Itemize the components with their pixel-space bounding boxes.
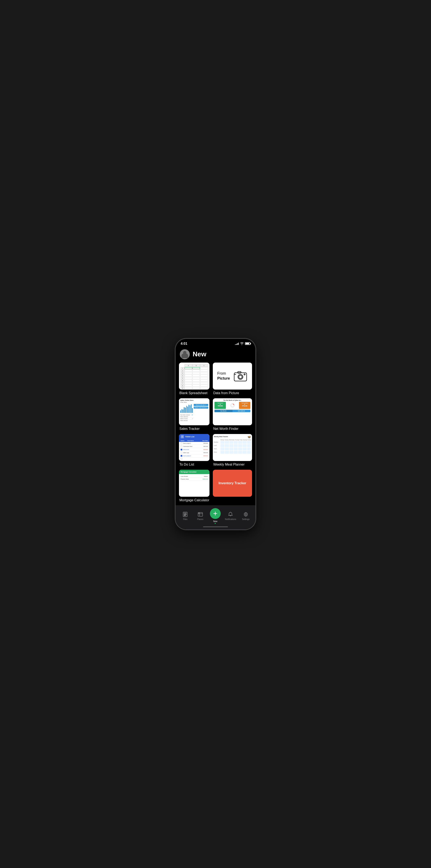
header: New <box>176 347 255 363</box>
nav-item-notifications[interactable]: Notifications <box>223 510 238 521</box>
new-active-dot <box>215 523 216 524</box>
svg-point-4 <box>244 374 245 375</box>
blank-spreadsheet-thumbnail: A B C 1 2 3 4 <box>179 363 210 390</box>
phone-screen: 4:01 <box>176 339 255 529</box>
svg-point-22 <box>245 514 246 515</box>
template-item-data-from-picture[interactable]: FromPicture <box>213 363 252 395</box>
svg-rect-8 <box>183 512 187 517</box>
svg-point-7 <box>232 404 234 406</box>
template-item-blank-spreadsheet[interactable]: A B C 1 2 3 4 <box>179 363 210 395</box>
svg-rect-3 <box>238 372 241 373</box>
places-icon <box>197 512 203 517</box>
template-item-inventory[interactable]: Inventory Tracker Inventory Tracker <box>213 470 252 502</box>
avatar[interactable] <box>180 349 190 359</box>
status-time: 4:01 <box>181 342 187 345</box>
signal-icon <box>235 342 239 345</box>
from-picture-text: FromPicture <box>217 371 230 381</box>
home-indicator <box>176 525 255 529</box>
mortgage-label: Mortgage Calculator <box>179 498 210 502</box>
files-icon <box>182 512 188 517</box>
nav-items: Files Places <box>176 507 255 525</box>
template-item-meal-planner[interactable]: Weekly Meal Tracker 🍲 Monday Tuesday Wed… <box>213 434 252 466</box>
svg-point-2 <box>239 375 242 378</box>
wifi-icon <box>240 342 244 345</box>
phone-frame: 4:01 <box>175 338 256 530</box>
sales-tracker-thumbnail: Zylker Online Store Order Meter <box>179 398 210 425</box>
nav-item-places[interactable]: Places <box>193 510 208 521</box>
data-from-picture-thumbnail: FromPicture <box>213 363 252 390</box>
new-label: New <box>213 520 217 523</box>
places-label: Places <box>197 518 204 520</box>
status-icons <box>235 342 250 345</box>
main-content: A B C 1 2 3 4 <box>176 363 255 505</box>
mortgage-thumbnail: Mortgage Calculator Loan Details Values … <box>179 470 210 497</box>
svg-point-18 <box>199 513 199 513</box>
bottom-nav: Files Places <box>176 505 255 529</box>
inventory-tracker-text: Inventory Tracker <box>219 482 246 485</box>
battery-icon <box>245 342 250 345</box>
net-worth-label: Net Worth Finder <box>213 427 252 431</box>
sales-tracker-label: Sales Tracker <box>179 427 210 431</box>
inventory-thumbnail: Inventory Tracker <box>213 470 252 497</box>
todo-thumbnail: ☰ TODO List Status Task Name Due Date Sa… <box>179 434 210 461</box>
nav-item-settings[interactable]: Settings <box>238 510 253 521</box>
template-grid: A B C 1 2 3 4 <box>179 363 252 505</box>
blank-spreadsheet-label: Blank Spreadsheet <box>179 391 210 395</box>
template-item-todo[interactable]: ☰ TODO List Status Task Name Due Date Sa… <box>179 434 210 466</box>
svg-rect-9 <box>184 513 185 514</box>
svg-rect-11 <box>184 516 186 516</box>
meal-planner-thumbnail: Weekly Meal Tracker 🍲 Monday Tuesday Wed… <box>213 434 252 461</box>
status-bar: 4:01 <box>176 339 255 347</box>
page-title: New <box>193 350 206 358</box>
svg-rect-10 <box>184 515 186 515</box>
template-item-sales-tracker[interactable]: Zylker Online Store Order Meter <box>179 398 210 431</box>
todo-label: To Do List <box>179 463 210 466</box>
notifications-label: Notifications <box>225 518 236 520</box>
template-item-mortgage[interactable]: Mortgage Calculator Loan Details Values … <box>179 470 210 502</box>
settings-icon <box>243 512 249 517</box>
files-label: Files <box>183 518 187 520</box>
data-from-picture-label: Data from Picture <box>213 391 252 395</box>
camera-icon <box>233 370 248 382</box>
bell-icon <box>227 512 233 517</box>
nav-item-files[interactable]: Files <box>178 510 193 521</box>
template-item-net-worth[interactable]: The Net Worth of Zylker Inc., Total Asse… <box>213 398 252 431</box>
new-button[interactable] <box>210 508 221 519</box>
settings-label: Settings <box>242 518 250 520</box>
meal-planner-label: Weekly Meal Planner <box>213 463 252 466</box>
meal-icon: 🍲 <box>247 435 251 438</box>
nav-item-new[interactable]: New <box>208 507 223 525</box>
net-worth-thumbnail: The Net Worth of Zylker Inc., Total Asse… <box>213 398 252 425</box>
